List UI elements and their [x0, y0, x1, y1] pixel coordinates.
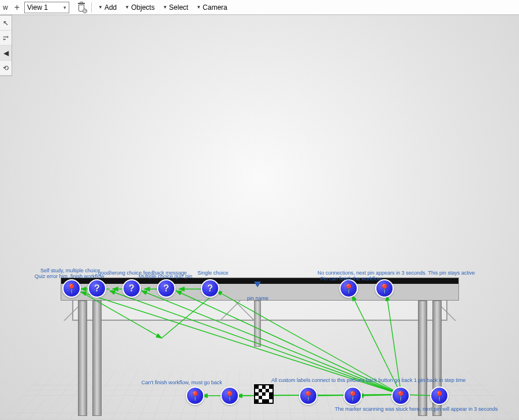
pin-label: Pin can finish the workflow	[320, 276, 382, 282]
menu-objects[interactable]: ▼Objects	[122, 2, 158, 13]
question-icon: ?	[94, 283, 100, 294]
pin-label: Self study, multiple choice	[40, 268, 100, 273]
triangle-down-icon: ▼	[163, 5, 167, 10]
pin-location[interactable]: 📍	[186, 387, 204, 405]
location-icon: 📍	[303, 391, 314, 402]
view-dropdown-label: View 1	[27, 3, 48, 12]
pin-label: Multiple choice quiz pin	[139, 273, 192, 279]
pin-location[interactable]: 📍	[221, 387, 239, 405]
add-icon[interactable]: +	[12, 2, 22, 13]
triangle-down-icon: ▼	[196, 5, 201, 10]
triangle-down-icon: ▼	[125, 5, 129, 10]
side-tool-arrow[interactable]: ◀	[0, 46, 12, 61]
table-leg	[92, 301, 102, 416]
pin-location[interactable]: 📍	[339, 279, 358, 298]
menu-camera[interactable]: ▼Camera	[193, 2, 230, 13]
pin-label: No connections, next pin appears in 3 se…	[318, 270, 475, 276]
menu-select-label: Select	[169, 3, 188, 12]
pin-quiz[interactable]: ?	[88, 279, 106, 298]
triangle-left-icon: ◀	[3, 49, 9, 57]
pin-label: Can't finish workflow, must go back	[141, 380, 222, 385]
center-pin-label: pin name	[247, 295, 268, 301]
menu-camera-label: Camera	[203, 3, 227, 12]
pin-location[interactable]: 📍	[430, 387, 449, 405]
toolbar-divider	[91, 2, 92, 13]
pin-label: Single choice	[197, 270, 229, 276]
location-icon: 📍	[224, 391, 236, 402]
side-tool-move[interactable]: ⥂	[0, 31, 12, 46]
side-toolbar: ↖ ⥂ ◀ ⟲	[0, 15, 12, 76]
pin-location[interactable]: 📍	[299, 387, 318, 405]
side-tool-cursor[interactable]: ↖	[0, 16, 12, 31]
table-leg	[78, 301, 87, 416]
cursor-icon: ↖	[3, 19, 9, 27]
chevron-down-icon: ▾	[64, 5, 66, 10]
pin-label: All custom labels connect to this pin	[271, 377, 354, 383]
toolbar-leading-label: w	[1, 2, 10, 13]
qr-marker[interactable]	[254, 384, 274, 404]
side-tool-rotate[interactable]: ⟲	[0, 61, 12, 76]
location-icon: 📍	[395, 391, 406, 402]
triangle-down-icon: ▼	[98, 5, 103, 10]
location-icon: 📍	[434, 391, 445, 402]
pin-label: The marker scanning was stuck here, next…	[335, 406, 498, 412]
location-icon: 📍	[343, 283, 354, 294]
viewport-3d[interactable]: 📍 ? ? ? ? 📍 📍 📍 📍 📍 📍 📍 📍 pin name Self …	[0, 15, 519, 420]
top-toolbar: w + View 1 ▾ ⟳ ▼Add ▼Objects ▼Select ▼Ca…	[0, 0, 519, 15]
trash-icon: ⟳	[77, 2, 86, 13]
question-icon: ?	[129, 283, 135, 294]
pin-location[interactable]: 📍	[343, 387, 362, 405]
pin-quiz[interactable]: ?	[157, 279, 176, 298]
pin-quiz[interactable]: ?	[201, 279, 219, 298]
move-icon: ⥂	[3, 34, 9, 42]
pin-location[interactable]: 📍	[375, 279, 394, 298]
view-dropdown[interactable]: View 1 ▾	[24, 2, 69, 13]
location-icon: 📍	[66, 283, 77, 294]
pin-quiz[interactable]: ?	[122, 279, 141, 298]
location-icon: 📍	[379, 283, 390, 294]
location-icon: 📍	[347, 391, 359, 402]
pin-label: Quiz error him, finish workflow	[35, 273, 104, 279]
menu-add-label: Add	[104, 3, 117, 12]
location-icon: 📍	[189, 391, 201, 402]
delete-button[interactable]: ⟳	[75, 2, 88, 13]
menu-objects-label: Objects	[131, 3, 155, 12]
table-leg	[418, 301, 427, 416]
menu-select[interactable]: ▼Select	[160, 2, 191, 13]
menu-add[interactable]: ▼Add	[95, 2, 120, 13]
question-icon: ?	[207, 283, 213, 294]
table-midpost	[254, 301, 261, 347]
pin-location[interactable]: 📍	[391, 387, 410, 405]
rotate-icon: ⟲	[3, 64, 9, 72]
pin-location[interactable]: 📍	[62, 279, 81, 298]
pin-label: Goes back button go back 1 pin back in s…	[352, 377, 466, 383]
question-icon: ?	[163, 283, 169, 294]
arrow-down-icon	[254, 282, 261, 287]
